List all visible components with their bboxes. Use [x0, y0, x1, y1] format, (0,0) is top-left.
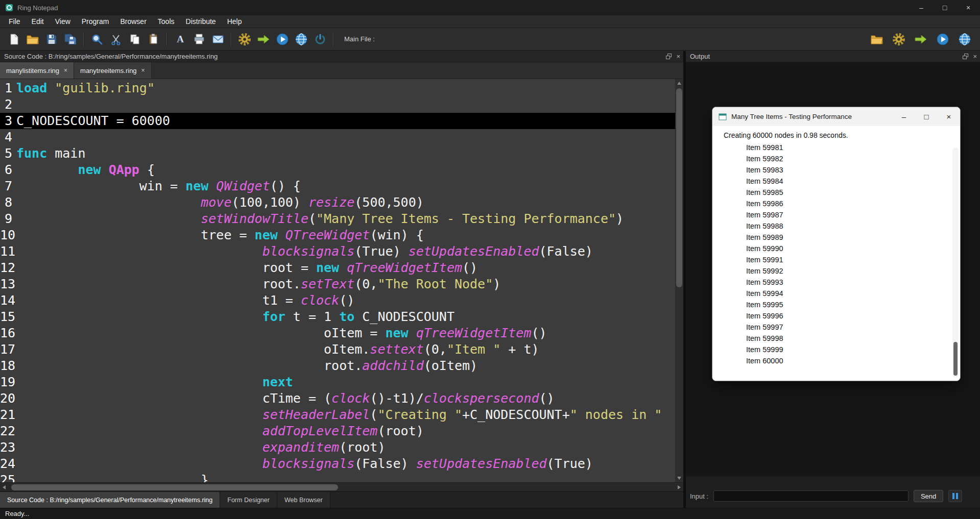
code-line[interactable]: 9 setWindowTitle("Many Tree Items - Test…	[0, 211, 675, 227]
scroll-right-icon[interactable]	[678, 485, 681, 489]
code-line[interactable]: 4	[0, 129, 675, 145]
run-browser-icon[interactable]	[955, 30, 974, 48]
scrollbar-thumb[interactable]	[953, 342, 958, 376]
code-editor[interactable]: 1load "guilib.ring"23C_NODESCOUNT = 6000…	[0, 79, 683, 482]
tab-manytreeitems[interactable]: manytreeitems.ring ×	[74, 62, 152, 79]
tree-item[interactable]: Item 59997	[746, 322, 960, 333]
tree-item[interactable]: Item 59984	[746, 176, 960, 187]
run-browser-icon[interactable]	[292, 30, 310, 48]
menu-item-program[interactable]: Program	[76, 15, 115, 28]
close-panel-icon[interactable]: ×	[973, 54, 977, 59]
menu-item-tools[interactable]: Tools	[152, 15, 180, 28]
tab-manylistitems[interactable]: manylistitems.ring ×	[0, 62, 74, 79]
code-line[interactable]: 24 blocksignals(False) setUpdatesEnabled…	[0, 456, 675, 472]
scroll-up-icon[interactable]	[677, 82, 681, 85]
bottom-tab-source-code[interactable]: Source Code : B:/ring/samples/General/Pe…	[0, 492, 220, 508]
pause-button[interactable]	[948, 490, 962, 502]
stop-icon[interactable]	[310, 30, 329, 48]
scroll-down-icon[interactable]	[677, 477, 681, 480]
code-line[interactable]: 20 cTime = (clock()-t1)/clockspersecond(…	[0, 390, 675, 407]
new-file-icon[interactable]	[4, 30, 23, 48]
tree-item[interactable]: Item 59998	[746, 333, 960, 344]
tree-item[interactable]: Item 59988	[746, 220, 960, 232]
code-line[interactable]: 23 expanditem(root)	[0, 439, 675, 456]
code-line[interactable]: 12 root = new qTreeWidgetItem()	[0, 260, 675, 276]
tree-item[interactable]: Item 59995	[746, 299, 960, 310]
settings-gear-icon[interactable]	[235, 30, 254, 48]
code-line[interactable]: 5func main	[0, 145, 675, 162]
open-file-icon[interactable]	[867, 30, 886, 48]
float-panel-icon[interactable]	[963, 54, 969, 59]
code-line[interactable]: 10 tree = new QTreeWidget(win) {	[0, 227, 675, 243]
email-icon[interactable]	[208, 30, 227, 48]
tree-item[interactable]: Item 59986	[746, 198, 960, 209]
close-button[interactable]: ×	[957, 0, 980, 15]
tree-item[interactable]: Item 59983	[746, 164, 960, 176]
minimize-button[interactable]: –	[910, 0, 933, 15]
code-line[interactable]: 3C_NODESCOUNT = 60000	[0, 113, 675, 129]
maximize-button[interactable]: □	[933, 0, 957, 15]
tree-item[interactable]: Item 60000	[746, 355, 960, 366]
bottom-tab-form-designer[interactable]: Form Designer	[220, 492, 277, 508]
code-line[interactable]: 14 t1 = clock()	[0, 292, 675, 309]
tree-item[interactable]: Item 59982	[746, 153, 960, 164]
menu-item-help[interactable]: Help	[222, 15, 248, 28]
code-line[interactable]: 6 new QApp {	[0, 162, 675, 178]
run-gui-icon[interactable]	[933, 30, 952, 48]
app-window-titlebar[interactable]: Many Tree Items - Testing Performance – …	[712, 107, 960, 126]
maximize-button[interactable]: □	[915, 107, 938, 126]
print-icon[interactable]	[189, 30, 208, 48]
open-file-icon[interactable]	[23, 30, 42, 48]
tree-item[interactable]: Item 59987	[746, 209, 960, 220]
close-button[interactable]: ×	[938, 107, 960, 126]
close-tab-icon[interactable]: ×	[64, 67, 67, 74]
find-icon[interactable]	[87, 30, 106, 48]
tree-item[interactable]: Item 59990	[746, 243, 960, 254]
tree-item[interactable]: Item 59989	[746, 232, 960, 243]
scrollbar-thumb[interactable]	[11, 484, 338, 490]
code-line[interactable]: 7 win = new QWidget() {	[0, 178, 675, 194]
tree-item[interactable]: Item 59996	[746, 310, 960, 322]
tree-item[interactable]: Item 59993	[746, 277, 960, 288]
tree-item[interactable]: Item 59994	[746, 288, 960, 299]
close-panel-icon[interactable]: ×	[676, 54, 680, 59]
code-line[interactable]: 16 oItem = new qTreeWidgetItem()	[0, 325, 675, 341]
menu-item-browser[interactable]: Browser	[114, 15, 152, 28]
save-all-icon[interactable]	[61, 30, 80, 48]
code-line[interactable]: 21 setHeaderLabel("Creating "+C_NODESCOU…	[0, 407, 675, 423]
send-button[interactable]: Send	[914, 490, 943, 502]
menu-item-distribute[interactable]: Distribute	[180, 15, 222, 28]
editor-horizontal-scrollbar[interactable]	[0, 482, 683, 491]
menu-item-view[interactable]: View	[50, 15, 76, 28]
tree-item[interactable]: Item 59992	[746, 265, 960, 277]
float-panel-icon[interactable]	[666, 54, 672, 59]
settings-gear-icon[interactable]	[889, 30, 908, 48]
cut-icon[interactable]	[106, 30, 125, 48]
scrollbar-thumb[interactable]	[676, 88, 682, 287]
copy-icon[interactable]	[125, 30, 144, 48]
scroll-left-icon[interactable]	[3, 485, 6, 489]
minimize-button[interactable]: –	[893, 107, 915, 126]
code-line[interactable]: 15 for t = 1 to C_NODESCOUNT	[0, 309, 675, 325]
tree-item[interactable]: Item 59985	[746, 187, 960, 198]
bottom-tab-web-browser[interactable]: Web Browser	[277, 492, 330, 508]
tree-item[interactable]: Item 59999	[746, 344, 960, 355]
app-window[interactable]: Many Tree Items - Testing Performance – …	[712, 107, 961, 381]
menu-item-file[interactable]: File	[3, 15, 26, 28]
code-line[interactable]: 1load "guilib.ring"	[0, 80, 675, 96]
code-line[interactable]: 11 blocksignals(True) setUpdatesEnabled(…	[0, 243, 675, 260]
save-icon[interactable]	[42, 30, 61, 48]
run-icon[interactable]	[911, 30, 930, 48]
font-icon[interactable]: A	[171, 30, 189, 48]
run-icon[interactable]	[254, 30, 273, 48]
tree-scrollbar[interactable]	[952, 147, 959, 378]
paste-icon[interactable]	[144, 30, 163, 48]
code-line[interactable]: 13 root.setText(0,"The Root Node")	[0, 276, 675, 292]
code-line[interactable]: 8 move(100,100) resize(500,500)	[0, 194, 675, 211]
code-line[interactable]: 25 }	[0, 472, 675, 482]
close-tab-icon[interactable]: ×	[141, 67, 145, 74]
code-line[interactable]: 18 root.addchild(oItem)	[0, 358, 675, 374]
code-line[interactable]: 22 addTopLevelItem(root)	[0, 423, 675, 439]
input-field[interactable]	[713, 490, 909, 502]
tree-item[interactable]: Item 59991	[746, 254, 960, 265]
